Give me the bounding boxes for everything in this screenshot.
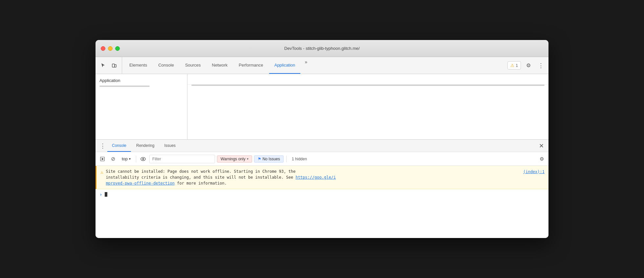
console-prompt: ›: [96, 189, 548, 200]
warning-source-link[interactable]: (index):1: [523, 169, 545, 175]
console-area: ⋮ Console Rendering Issues ✕: [96, 140, 548, 238]
flag-icon: ⚑: [258, 157, 261, 161]
console-tab-console[interactable]: Console: [107, 140, 131, 152]
toolbar-icons: [98, 57, 122, 74]
toolbar-divider: [136, 156, 136, 162]
content-area: Application: [96, 74, 548, 140]
sidebar-scrollbar: [99, 86, 150, 87]
svg-rect-1: [115, 65, 116, 67]
more-tabs-button[interactable]: »: [301, 57, 311, 67]
close-button[interactable]: [101, 46, 105, 51]
main-toolbar: Elements Console Sources Network Perform…: [96, 57, 548, 74]
more-options-button[interactable]: ⋮: [536, 61, 546, 70]
svg-rect-0: [112, 64, 115, 67]
svg-point-5: [142, 158, 144, 160]
console-tab-issues[interactable]: Issues: [160, 140, 180, 152]
tab-application[interactable]: Application: [269, 57, 301, 74]
minimize-button[interactable]: [108, 46, 113, 51]
traffic-lights: [101, 46, 120, 51]
sidebar-panel: Application: [96, 74, 187, 139]
main-scrollbar: [191, 85, 545, 86]
toolbar-divider-2: [286, 156, 287, 162]
console-close-button[interactable]: ✕: [537, 141, 546, 150]
console-settings-button[interactable]: ⚙: [537, 155, 546, 163]
settings-button[interactable]: ⚙: [524, 61, 533, 70]
warning-message-icon: ⚠: [100, 169, 103, 186]
tab-sources[interactable]: Sources: [180, 57, 206, 74]
warning-message: ⚠ Site cannot be installed: Page does no…: [96, 166, 548, 189]
pwa-link[interactable]: https://goo.gle/improved-pwa-offline-det…: [106, 175, 336, 186]
prompt-arrow-icon: ›: [99, 192, 102, 197]
tab-network[interactable]: Network: [207, 57, 233, 74]
warning-icon: ⚠: [510, 63, 514, 68]
console-toolbar: ⊘ top ▾ Warnings only ▾ ⚑ No Issues: [96, 152, 548, 166]
warning-message-text: Site cannot be installed: Page does not …: [106, 169, 521, 186]
window-title: DevTools - stitch-glib-typhoon.glitch.me…: [284, 46, 360, 51]
main-panel-header: [187, 74, 548, 85]
main-panel: [187, 74, 548, 139]
console-messages: ⚠ Site cannot be installed: Page does no…: [96, 166, 548, 238]
filter-input[interactable]: [149, 155, 215, 163]
sidebar-title: Application: [99, 77, 183, 84]
console-more-button[interactable]: ⋮: [98, 142, 107, 150]
svg-marker-3: [102, 158, 104, 160]
device-toggle-icon[interactable]: [109, 61, 119, 70]
devtools-window: DevTools - stitch-glib-typhoon.glitch.me…: [96, 40, 548, 238]
clear-console-button[interactable]: [98, 155, 107, 163]
tab-elements[interactable]: Elements: [124, 57, 152, 74]
tab-performance[interactable]: Performance: [233, 57, 268, 74]
title-bar: DevTools - stitch-glib-typhoon.glitch.me…: [96, 40, 548, 57]
prompt-cursor[interactable]: [105, 192, 107, 197]
console-tab-rendering[interactable]: Rendering: [132, 140, 159, 152]
ban-button[interactable]: ⊘: [109, 155, 117, 163]
eye-button[interactable]: [139, 155, 147, 163]
console-tabs-bar: ⋮ Console Rendering Issues ✕: [96, 140, 548, 152]
no-issues-button[interactable]: ⚑ No Issues: [254, 155, 284, 163]
context-selector[interactable]: top ▾: [119, 155, 133, 162]
toolbar-right: ⚠ 1 ⚙ ⋮: [507, 57, 546, 74]
warning-badge[interactable]: ⚠ 1: [507, 61, 521, 70]
cursor-icon[interactable]: [98, 61, 108, 70]
warnings-only-button[interactable]: Warnings only ▾: [217, 155, 252, 163]
hidden-count: 1 hidden: [289, 157, 310, 161]
maximize-button[interactable]: [115, 46, 120, 51]
tab-console[interactable]: Console: [153, 57, 179, 74]
